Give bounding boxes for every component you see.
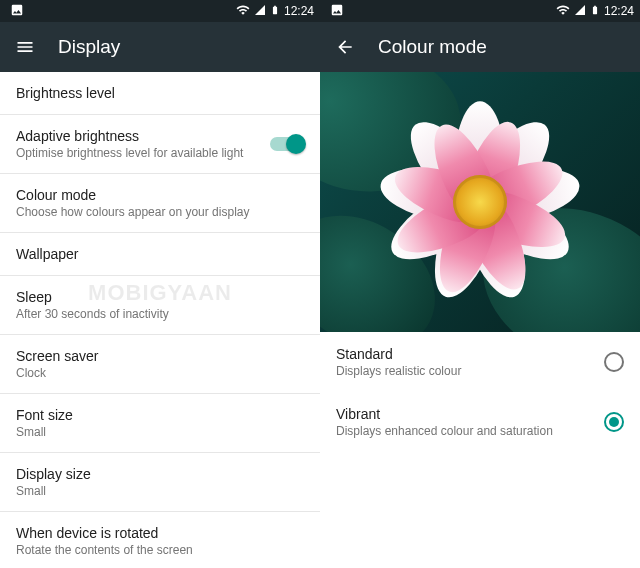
item-sub: Rotate the contents of the screen bbox=[16, 543, 193, 557]
item-label: Screen saver bbox=[16, 348, 98, 364]
item-sub: Small bbox=[16, 484, 91, 498]
item-screen-saver[interactable]: Screen saver Clock bbox=[0, 335, 320, 394]
status-bar: 12:24 bbox=[0, 0, 320, 22]
item-sub: After 30 seconds of inactivity bbox=[16, 307, 169, 321]
wifi-icon bbox=[236, 3, 250, 20]
item-wallpaper[interactable]: Wallpaper bbox=[0, 233, 320, 276]
wifi-icon bbox=[556, 3, 570, 20]
item-sub: Clock bbox=[16, 366, 98, 380]
item-colour-mode[interactable]: Colour mode Choose how colours appear on… bbox=[0, 174, 320, 233]
picture-icon bbox=[10, 3, 24, 20]
option-sub: Displays realistic colour bbox=[336, 364, 461, 378]
item-sub: Choose how colours appear on your displa… bbox=[16, 205, 249, 219]
page-title: Colour mode bbox=[378, 36, 487, 58]
phone-right: 12:24 Colour mode bbox=[320, 0, 640, 568]
status-bar: 12:24 bbox=[320, 0, 640, 22]
item-label: Sleep bbox=[16, 289, 169, 305]
back-icon[interactable] bbox=[334, 36, 356, 58]
item-sleep[interactable]: Sleep After 30 seconds of inactivity bbox=[0, 276, 320, 335]
status-time: 12:24 bbox=[604, 4, 634, 18]
status-time: 12:24 bbox=[284, 4, 314, 18]
item-label: Brightness level bbox=[16, 85, 115, 101]
item-label: Adaptive brightness bbox=[16, 128, 243, 144]
signal-icon bbox=[574, 4, 586, 19]
battery-icon bbox=[590, 3, 600, 20]
battery-icon bbox=[270, 3, 280, 20]
picture-icon bbox=[330, 3, 344, 20]
option-label: Standard bbox=[336, 346, 461, 362]
item-label: When device is rotated bbox=[16, 525, 193, 541]
settings-list: Brightness level Adaptive brightness Opt… bbox=[0, 72, 320, 568]
item-when-rotated[interactable]: When device is rotated Rotate the conten… bbox=[0, 512, 320, 568]
item-sub: Optimise brightness level for available … bbox=[16, 146, 243, 160]
item-adaptive-brightness[interactable]: Adaptive brightness Optimise brightness … bbox=[0, 115, 320, 174]
item-font-size[interactable]: Font size Small bbox=[0, 394, 320, 453]
item-label: Font size bbox=[16, 407, 73, 423]
colour-mode-options: Standard Displays realistic colour Vibra… bbox=[320, 332, 640, 452]
app-bar: Display bbox=[0, 22, 320, 72]
option-sub: Displays enhanced colour and saturation bbox=[336, 424, 553, 438]
radio-standard[interactable] bbox=[604, 352, 624, 372]
adaptive-brightness-toggle[interactable] bbox=[270, 137, 304, 151]
app-bar: Colour mode bbox=[320, 22, 640, 72]
item-label: Wallpaper bbox=[16, 246, 79, 262]
item-sub: Small bbox=[16, 425, 73, 439]
item-brightness-level[interactable]: Brightness level bbox=[0, 72, 320, 115]
page-title: Display bbox=[58, 36, 120, 58]
item-label: Colour mode bbox=[16, 187, 249, 203]
item-display-size[interactable]: Display size Small bbox=[0, 453, 320, 512]
hamburger-icon[interactable] bbox=[14, 36, 36, 58]
radio-vibrant[interactable] bbox=[604, 412, 624, 432]
option-label: Vibrant bbox=[336, 406, 553, 422]
option-standard[interactable]: Standard Displays realistic colour bbox=[320, 332, 640, 392]
item-label: Display size bbox=[16, 466, 91, 482]
colour-preview-image bbox=[320, 72, 640, 332]
phone-left: 12:24 Display Brightness level Adaptive … bbox=[0, 0, 320, 568]
signal-icon bbox=[254, 4, 266, 19]
option-vibrant[interactable]: Vibrant Displays enhanced colour and sat… bbox=[320, 392, 640, 452]
